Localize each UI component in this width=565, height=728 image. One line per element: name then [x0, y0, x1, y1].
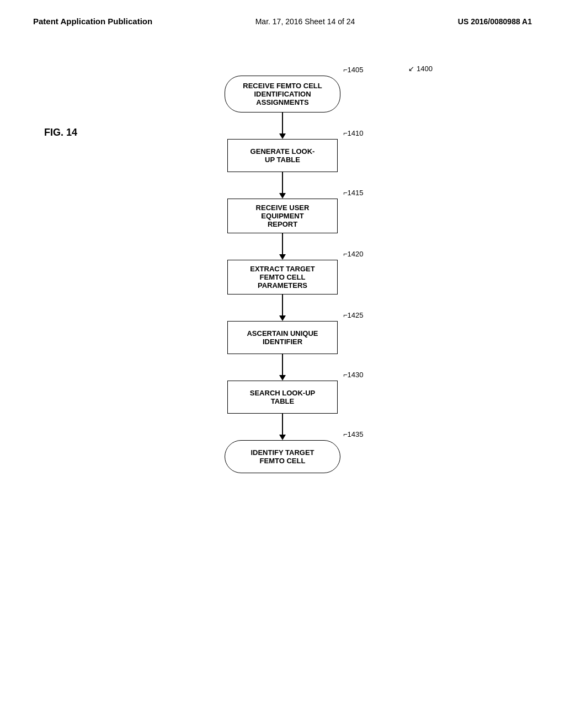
step-1405-wrapper: RECEIVE FEMTO CELLIDENTIFICATIONASSIGNME… [225, 76, 340, 113]
arrow-1405-1410 [279, 113, 286, 139]
arrow-1415-1420 [279, 233, 286, 260]
step-1435-num: ⌐1435 [343, 430, 364, 438]
arrow-head [279, 254, 286, 260]
step-1415-num: ⌐1415 [343, 189, 364, 197]
step-1425: ASCERTAIN UNIQUEIDENTIFIER [227, 321, 338, 354]
page: Patent Application Publication Mar. 17, … [0, 0, 565, 728]
step-1430: SEARCH LOOK-UPTABLE [227, 381, 338, 414]
step-1410-wrapper: GENERATE LOOK-UP TABLE ⌐1410 [227, 139, 338, 172]
label-1400: ↙ 1400 [408, 65, 433, 73]
step-1420-num: ⌐1420 [343, 250, 364, 258]
arrow-line [282, 295, 283, 315]
step-1430-label: SEARCH LOOK-UPTABLE [250, 389, 315, 405]
step-1410-num: ⌐1410 [343, 129, 364, 137]
arrow-head [279, 375, 286, 381]
arrow-head [279, 315, 286, 321]
step-1435-wrapper: IDENTIFY TARGETFEMTO CELL ⌐1435 [225, 440, 340, 473]
step-1420: EXTRACT TARGETFEMTO CELLPARAMETERS [227, 260, 338, 295]
arrow-1430-1435 [279, 414, 286, 440]
header: Patent Application Publication Mar. 17, … [33, 17, 532, 31]
diagram: ↙ 1400 RECEIVE FEMTO CELLIDENTIFICATIONA… [33, 48, 532, 473]
step-1415: RECEIVE USEREQUIPMENTREPORT [227, 199, 338, 233]
arrow-1400-icon: ↙ [408, 65, 414, 73]
step-1435: IDENTIFY TARGETFEMTO CELL [225, 440, 340, 473]
arrow-line [282, 172, 283, 193]
step-1405-label: RECEIVE FEMTO CELLIDENTIFICATIONASSIGNME… [243, 82, 322, 106]
step-1425-num: ⌐1425 [343, 311, 364, 319]
step-1410-label: GENERATE LOOK-UP TABLE [250, 147, 315, 164]
step-1435-label: IDENTIFY TARGETFEMTO CELL [250, 448, 314, 465]
arrow-head [279, 435, 286, 440]
step-1415-label: RECEIVE USEREQUIPMENTREPORT [256, 204, 310, 228]
arrow-line [282, 414, 283, 435]
step-1430-num: ⌐1430 [343, 371, 364, 379]
arrow-line [282, 354, 283, 375]
step-1405-num: ⌐1405 [343, 66, 364, 74]
arrow-1420-1425 [279, 295, 286, 321]
header-right: US 2016/0080988 A1 [458, 17, 532, 26]
arrow-1410-1415 [279, 172, 286, 199]
arrow-line [282, 113, 283, 133]
arrow-head [279, 133, 286, 139]
header-center: Mar. 17, 2016 Sheet 14 of 24 [255, 17, 355, 26]
header-left: Patent Application Publication [33, 17, 152, 26]
step-1430-wrapper: SEARCH LOOK-UPTABLE ⌐1430 [227, 381, 338, 414]
step-1405: RECEIVE FEMTO CELLIDENTIFICATIONASSIGNME… [225, 76, 340, 113]
arrow-head [279, 193, 286, 199]
step-1425-label: ASCERTAIN UNIQUEIDENTIFIER [247, 329, 318, 346]
arrow-line [282, 233, 283, 254]
arrow-1425-1430 [279, 354, 286, 381]
step-1415-wrapper: RECEIVE USEREQUIPMENTREPORT ⌐1415 [227, 199, 338, 233]
step-1410: GENERATE LOOK-UP TABLE [227, 139, 338, 172]
step-1420-wrapper: EXTRACT TARGETFEMTO CELLPARAMETERS ⌐1420 [227, 260, 338, 295]
step-1425-wrapper: ASCERTAIN UNIQUEIDENTIFIER ⌐1425 [227, 321, 338, 354]
step-1420-label: EXTRACT TARGETFEMTO CELLPARAMETERS [250, 265, 315, 290]
